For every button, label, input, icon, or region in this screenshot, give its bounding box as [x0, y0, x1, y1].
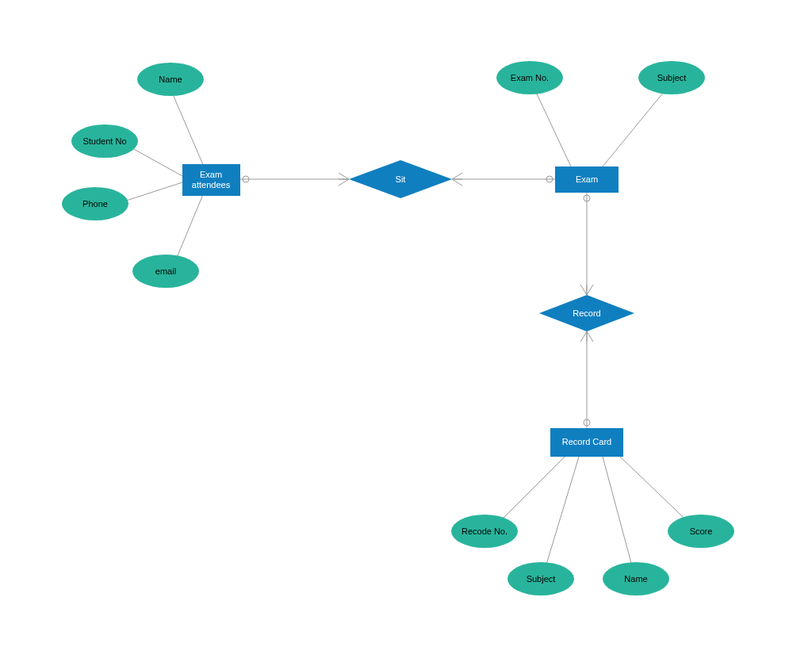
er-diagram: Exam attendees Exam Record Card Sit Reco…	[0, 0, 812, 647]
connector-examno-exam	[534, 87, 571, 167]
entity-exam-label: Exam	[576, 174, 598, 184]
connector-phone-attendees	[119, 182, 182, 203]
connector-name2-recordcard	[603, 457, 634, 575]
attribute-email-label: email	[155, 266, 176, 276]
crowfoot-4	[580, 331, 593, 342]
entity-record-card-label: Record Card	[562, 437, 611, 446]
attribute-student-no-label: Student No	[82, 136, 126, 146]
crowfoot-3	[580, 285, 593, 295]
attribute-subject1-label: Subject	[657, 73, 687, 82]
attribute-name1-label: Name	[159, 75, 182, 84]
entity-exam-attendees-label-1: Exam	[200, 170, 222, 179]
connector-subject2-recordcard	[543, 457, 579, 575]
attribute-recode-no-label: Recode No.	[462, 526, 508, 536]
crowfoot-1	[339, 173, 349, 186]
attribute-exam-no-label: Exam No.	[511, 73, 549, 82]
entity-exam-attendees-label-2: attendees	[192, 180, 231, 190]
connector-email-attendees	[174, 193, 204, 263]
attribute-score-label: Score	[690, 526, 713, 536]
connector-subject-exam	[603, 87, 668, 167]
relationship-sit-label: Sit	[396, 174, 406, 184]
connector-name-attendees	[170, 89, 204, 167]
crowfoot-2	[452, 173, 462, 186]
attribute-subject2-label: Subject	[527, 574, 556, 584]
attribute-phone-label: Phone	[82, 199, 108, 209]
attribute-name2-label: Name	[624, 574, 647, 584]
relationship-record-label: Record	[573, 308, 600, 318]
